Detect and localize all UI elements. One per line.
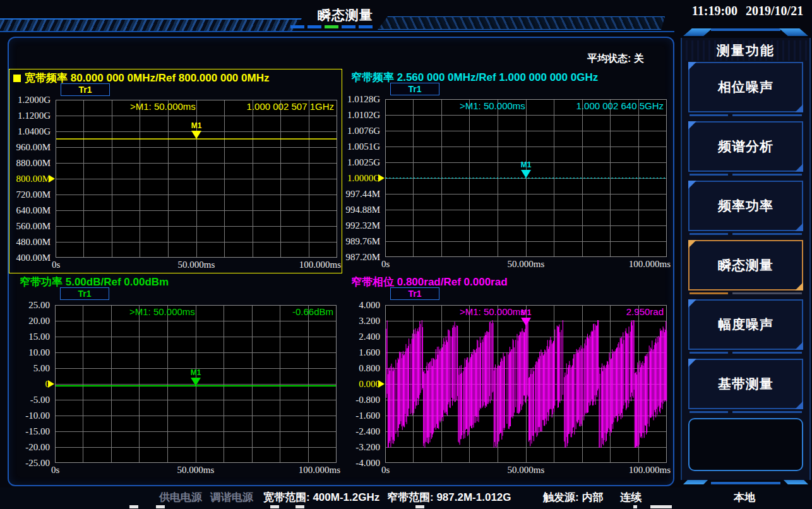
x-axis-tick: 0s bbox=[381, 259, 390, 270]
x-axis-tick: 0s bbox=[52, 260, 60, 270]
trace-button[interactable]: Tr1 bbox=[390, 287, 439, 300]
y-axis-tick: 1.0051G bbox=[337, 141, 380, 152]
status-trigger-source: 触发源: 内部 bbox=[543, 488, 603, 508]
y-axis-tick: 1.0400G bbox=[8, 126, 51, 137]
y-axis-tick: -5.00 bbox=[7, 394, 50, 405]
top-hatch-band-left bbox=[0, 18, 302, 31]
y-axis-tick: -15.00 bbox=[7, 426, 50, 437]
y-axis-tick: 4.000 bbox=[337, 299, 380, 311]
x-axis-tick: 50.000ms bbox=[178, 260, 215, 270]
x-axis-tick: 100.000ms bbox=[299, 465, 340, 476]
sidebar-top-bracket bbox=[683, 28, 808, 37]
y-axis-tick: 720.00M bbox=[8, 189, 51, 200]
svg-text:M1: M1 bbox=[521, 160, 532, 169]
clock-date: 2019/10/21 bbox=[746, 4, 803, 18]
y-axis-tick: 992.32M bbox=[337, 220, 380, 231]
y-axis-tick: -10.00 bbox=[7, 410, 50, 421]
plot-area: M1 1.2000G1.1200G1.0400G960.00M880.00M80… bbox=[56, 100, 337, 258]
bottom-tick bbox=[296, 505, 304, 508]
y-axis-tick: 1.600 bbox=[337, 347, 380, 358]
plot-area: M1 4.0003.2002.4001.6000.8000.000-0.800-… bbox=[385, 305, 667, 463]
svg-text:M1: M1 bbox=[191, 121, 202, 130]
sidebar: 测量功能 相位噪声 频谱分析 频率功率 瞬态测量 幅度噪声 基带测量 bbox=[681, 38, 811, 480]
y-axis-tick: -3.200 bbox=[337, 441, 380, 453]
y-axis: 4.0003.2002.4001.6000.8000.000-0.800-1.6… bbox=[337, 305, 380, 463]
y-axis-tick: -0.800 bbox=[337, 394, 380, 405]
status-narrowband-range: 窄带范围: 987.2M-1.012G bbox=[387, 488, 511, 508]
y-axis-tick: 400.00M bbox=[8, 252, 51, 263]
marker-triangle-icon bbox=[191, 131, 201, 139]
y-axis-tick: -4.000 bbox=[337, 457, 380, 469]
sidebar-item-frequency-power[interactable]: 频率功率 bbox=[688, 181, 803, 231]
marker-readout-label: >M1: 50.000ms bbox=[460, 100, 525, 111]
top-hatch-band-right bbox=[378, 16, 665, 30]
title-underline-dashes bbox=[290, 25, 373, 28]
y-axis-tick: 0.800 bbox=[337, 362, 380, 374]
x-axis: 0s50.000ms100.000ms bbox=[52, 260, 341, 272]
y-axis-tick: -1.600 bbox=[337, 410, 380, 421]
y-axis-tick: 1.1200G bbox=[8, 110, 51, 121]
y-axis-tick: -25.00 bbox=[7, 457, 50, 469]
trace-button[interactable]: Tr1 bbox=[390, 83, 439, 95]
sidebar-item-transient-measurement[interactable]: 瞬态测量 bbox=[688, 240, 803, 290]
x-axis-tick: 0s bbox=[51, 465, 59, 476]
y-axis-tick: 1.2000G bbox=[8, 94, 51, 105]
marker-readout-value: 1.000 002 507 1GHz bbox=[247, 101, 334, 112]
y-axis: 1.2000G1.1200G1.0400G960.00M880.00M800.0… bbox=[8, 100, 51, 258]
sidebar-item-spectrum-analysis[interactable]: 频谱分析 bbox=[688, 121, 803, 172]
y-axis-tick: 997.44M bbox=[337, 188, 380, 200]
status-local-mode: 本地 bbox=[734, 488, 755, 508]
marker-readout-label: >M1: 50.000ms bbox=[460, 306, 525, 317]
clock-time: 11:19:00 bbox=[692, 4, 737, 18]
y-axis-tick: 989.76M bbox=[337, 236, 380, 247]
y-axis-tick: 15.00 bbox=[7, 331, 50, 342]
sidebar-menu: 相位噪声 频谱分析 频率功率 瞬态测量 幅度噪声 基带测量 bbox=[682, 62, 809, 471]
y-axis-tick: 480.00M bbox=[8, 236, 51, 248]
y-axis-tick: 800.00M bbox=[8, 173, 51, 184]
sidebar-item-baseband-measurement[interactable]: 基带测量 bbox=[688, 359, 803, 409]
status-wideband-range: 宽带范围: 400M-1.2GHz bbox=[263, 488, 379, 508]
x-axis: 0s50.000ms100.000ms bbox=[381, 259, 671, 272]
y-axis-tick: 987.20M bbox=[337, 251, 380, 263]
chart-title: 宽带频率 80.000 000 0MHz/Ref 800.000 000 0MH… bbox=[13, 71, 269, 85]
chart-narrowband-phase: 窄带相位 0.800rad/Ref 0.000rad Tr1 M1 4.0003… bbox=[347, 273, 676, 478]
sidebar-header: 测量功能 bbox=[682, 40, 809, 61]
trace-button[interactable]: Tr1 bbox=[61, 83, 110, 96]
sidebar-item-empty[interactable] bbox=[688, 418, 803, 471]
selected-trace-square-icon bbox=[13, 75, 21, 82]
bottom-tick bbox=[650, 505, 672, 508]
x-axis-tick: 100.000ms bbox=[629, 465, 671, 476]
y-axis-tick: 20.00 bbox=[7, 315, 50, 326]
page-title: 瞬态测量 bbox=[307, 6, 383, 24]
status-bar: 供电电源 调谐电源 宽带范围: 400M-1.2GHz 窄带范围: 987.2M… bbox=[0, 488, 812, 509]
y-axis-tick: 3.200 bbox=[337, 315, 380, 326]
bottom-tick bbox=[156, 505, 165, 508]
y-axis-tick: 1.0000G bbox=[337, 172, 380, 184]
y-axis-tick: 2.400 bbox=[337, 331, 380, 342]
x-axis: 0s50.000ms100.000ms bbox=[51, 465, 340, 477]
status-tuning-supply: 调谐电源 bbox=[210, 488, 253, 508]
bottom-tick bbox=[270, 505, 279, 508]
marker-readout-value: -0.66dBm bbox=[292, 306, 333, 317]
y-axis-tick: 1.0076G bbox=[337, 125, 380, 136]
y-axis-tick: 640.00M bbox=[8, 205, 51, 216]
y-axis-tick: 0 bbox=[7, 378, 50, 390]
average-status-label: 平均状态: 关 bbox=[587, 52, 644, 66]
y-axis-tick: -2.400 bbox=[337, 426, 380, 437]
x-axis-tick: 50.000ms bbox=[508, 259, 545, 270]
chart-narrowband-power: 窄带功率 5.00dB/Ref 0.00dBm Tr1 M1 25.0020.0… bbox=[9, 273, 341, 478]
status-power-supply: 供电电源 bbox=[159, 488, 202, 508]
marker-readout-value: 1.000 002 640 5GHz bbox=[576, 100, 664, 111]
y-axis-tick: 1.0025G bbox=[337, 157, 380, 168]
trace-button[interactable]: Tr1 bbox=[60, 287, 109, 300]
y-axis-tick: 0.000 bbox=[337, 378, 380, 390]
x-axis-tick: 50.000ms bbox=[177, 465, 215, 476]
plot-area: M1 25.0020.0015.0010.005.000-5.00-10.00-… bbox=[55, 305, 337, 463]
sidebar-item-amplitude-noise[interactable]: 幅度噪声 bbox=[688, 299, 803, 350]
chart-wideband-frequency: 宽带频率 80.000 000 0MHz/Ref 800.000 000 0MH… bbox=[9, 69, 342, 273]
status-continuous-mode: 连续 bbox=[620, 488, 642, 508]
sidebar-item-phase-noise[interactable]: 相位噪声 bbox=[688, 62, 803, 112]
marker-readout-label: >M1: 50.000ms bbox=[129, 306, 195, 317]
y-axis-tick: 1.0128G bbox=[337, 93, 380, 105]
y-axis-tick: 10.00 bbox=[7, 347, 50, 358]
